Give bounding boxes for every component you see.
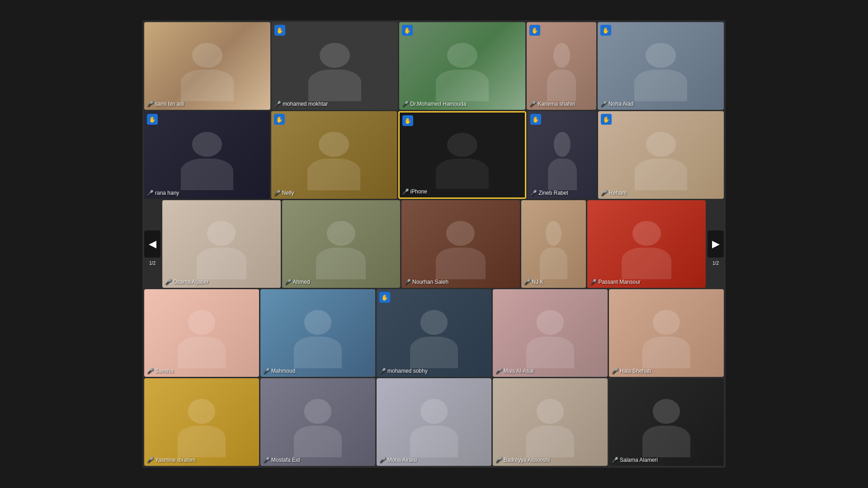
participant-name: 🎤 Ahmed [285,279,310,285]
participant-name: 🎤 Nelly [274,190,294,196]
participant-name: 🎤 Mostafa Eid [263,457,300,463]
participant-name: 🎤 Zineb Rabet [530,190,568,196]
participant-passant: 🎤 Passant Mansour [587,200,706,288]
hand-raise-icon: ✋ [402,25,413,36]
participant-mahmoud: 🎤 Mahmoud [260,289,375,377]
participant-dr-hamouda: ✋ 🎤 Dr.Mohamed Hamouda [399,22,525,110]
page-indicator-right: 1/2 [712,261,719,266]
participant-mona: 🎤 Mona Alraisi [377,378,491,466]
participant-name: 🎤 mohamed mokhtar [274,101,328,107]
participant-name: 🎤 NJ K [524,279,544,285]
participant-zineb: ✋ 🎤 Zineb Rabet [528,111,597,199]
participant-mais: 🎤 Mais Al-Atiat [493,289,608,377]
hand-raise-icon: ✋ [147,114,158,125]
participant-name: 🎤 Dr.Mohamed Hamouda [402,101,466,107]
hand-raise-icon: ✋ [402,115,413,126]
participant-hala: 🎤 Hala Shehab [609,289,724,377]
hand-raise-icon: ✋ [601,114,612,125]
participant-name: 🎤 Mahmoud [263,368,295,374]
participant-name: 🎤 Osama Aljaber [165,279,209,285]
participant-name: 🎤 mohamed sobhy [379,368,428,374]
participant-name: 🎤 Passant Mansour [590,279,640,285]
participant-sobhy: ✋ 🎤 mohamed sobhy [377,289,491,377]
hand-raise-icon: ✋ [600,25,611,36]
participant-njk: 🎤 NJ K [521,200,586,288]
participant-name: 🎤 sami bin adi [147,101,184,107]
participant-name: 🎤 Reham [601,190,627,196]
participant-osama: 🎤 Osama Aljaber [162,200,281,288]
participant-nourhan: 🎤 Nourhan Saleh [401,200,520,288]
participant-name: 🎤 Samiha [147,368,174,374]
meeting-grid: 🎤 sami bin adi ✋ 🎤 mohamed mokhtar ✋ 🎤 D… [142,20,726,468]
participant-name: 🎤 Noha Aiad [600,101,633,107]
hand-raise-icon: ✋ [274,25,285,36]
grid-row-1: 🎤 sami bin adi ✋ 🎤 mohamed mokhtar ✋ 🎤 D… [144,22,724,110]
hand-raise-icon: ✋ [379,292,390,303]
participant-badreyya: 🎤 Badreyya Alblooshi [493,378,608,466]
participant-yasmine: 🎤 Yasmine Ibrahim [144,378,259,466]
participant-salama: 🎤 Salama Alameri [609,378,724,466]
participant-name: 🎤 Salama Alameri [612,457,658,463]
participant-ahmed: 🎤 Ahmed [282,200,401,288]
participant-nelly: ✋ 🎤 Nelly [271,111,397,199]
participant-iphone: ✋ 🎤 iPhone [398,111,527,199]
participant-name: 🎤 Kariema shahin [529,101,575,107]
hand-raise-icon: ✋ [274,114,285,125]
participant-sami-bin-adi: 🎤 sami bin adi [144,22,270,110]
participant-rana: ✋ 🎤 rana hany [144,111,270,199]
grid-row-5: 🎤 Yasmine Ibrahim 🎤 Mostafa Eid 🎤 Mona A… [144,378,724,466]
participant-mohamed-mokhtar: ✋ 🎤 mohamed mokhtar [272,22,398,110]
participant-name: 🎤 Yasmine Ibrahim [147,457,195,463]
grid-row-2: ✋ 🎤 rana hany ✋ 🎤 Nelly ✋ 🎤 iPhone ✋ [144,111,724,199]
participant-name: 🎤 Mona Alraisi [379,457,417,463]
participant-samiha: 🎤 Samiha [144,289,259,377]
grid-row-4: 🎤 Samiha 🎤 Mahmoud ✋ 🎤 mohamed sobhy 🎤 M… [144,289,724,377]
participant-name: 🎤 iPhone [402,188,427,195]
participant-name: 🎤 Mais Al-Atiat [495,368,534,374]
grid-row-3: ◀ 1/2 🎤 Osama Aljaber 🎤 Ahmed 🎤 Nourhan … [144,200,724,288]
participant-noha: ✋ 🎤 Noha Aiad [598,22,724,110]
participant-name: 🎤 Hala Shehab [612,368,651,374]
page-indicator-left: 1/2 [149,261,156,266]
nav-prev-button[interactable]: ◀ 1/2 [144,230,160,258]
participant-name: 🎤 rana hany [147,190,179,196]
participant-mostafa: 🎤 Mostafa Eid [260,378,375,466]
participant-reham: ✋ 🎤 Reham [598,111,724,199]
hand-raise-icon: ✋ [529,25,540,36]
hand-raise-icon: ✋ [530,114,541,125]
participant-name: 🎤 Badreyya Alblooshi [495,457,550,463]
nav-next-button[interactable]: ▶ 1/2 [708,230,724,258]
participant-name: 🎤 Nourhan Saleh [404,279,448,285]
participant-kariema: ✋ 🎤 Kariema shahin [527,22,596,110]
